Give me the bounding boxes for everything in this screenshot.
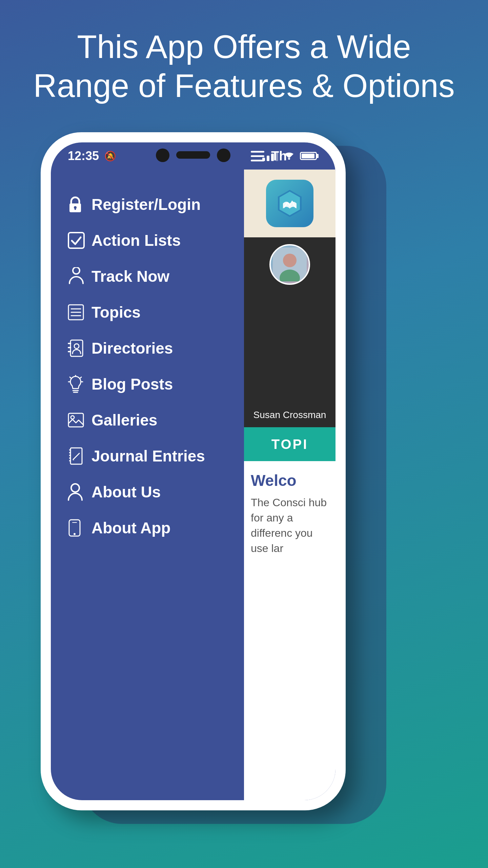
profile-name: Susan Crossman [244, 410, 336, 420]
menu-item-journal-entries[interactable]: Journal Entries [51, 438, 244, 474]
menu-label-journal-entries: Journal Entries [92, 447, 205, 465]
svg-point-31 [71, 484, 79, 492]
topi-label: TOPI [271, 437, 308, 452]
svg-point-13 [74, 344, 79, 349]
menu-item-track-now[interactable]: Track Now [51, 258, 244, 294]
menu-item-topics[interactable]: Topics [51, 294, 244, 330]
svg-rect-3 [68, 233, 84, 248]
menu-label-galleries: Galleries [92, 411, 157, 429]
list-icon [68, 304, 92, 320]
svg-rect-21 [68, 413, 83, 427]
image-icon [68, 413, 92, 428]
navigation-menu: Register/Login Action Lists [51, 176, 244, 556]
svg-line-18 [70, 377, 71, 378]
menu-item-action-lists[interactable]: Action Lists [51, 222, 244, 258]
svg-line-29 [73, 453, 79, 459]
menu-item-about-app[interactable]: About App [51, 510, 244, 546]
menu-label-topics: Topics [92, 303, 141, 321]
menu-label-about-us: About Us [92, 483, 161, 501]
person-pin-icon [68, 267, 92, 285]
menu-item-blog-posts[interactable]: Blog Posts [51, 366, 244, 402]
mute-icon: 🔕 [104, 151, 116, 162]
menu-item-galleries[interactable]: Galleries [51, 402, 244, 438]
phone-screen: 12:35 🔕 [51, 142, 336, 800]
menu-item-directories[interactable]: Directories [51, 330, 244, 366]
profile-area: Susan Crossman [244, 237, 336, 427]
speaker-icon [176, 151, 210, 159]
right-panel: Th [244, 142, 336, 800]
phone-mockup: 12:35 🔕 [41, 132, 447, 844]
lock-icon [68, 196, 92, 213]
svg-point-4 [73, 267, 80, 274]
svg-line-17 [80, 377, 81, 378]
app-icon-area [244, 170, 336, 237]
check-icon [68, 232, 92, 249]
menu-item-about-us[interactable]: About Us [51, 474, 244, 510]
lightbulb-icon [68, 375, 92, 393]
topi-button[interactable]: TOPI [244, 427, 336, 461]
status-time: 12:35 [68, 149, 99, 163]
notebook-icon [68, 447, 92, 465]
page-title: This App Offers a Wide Range of Features… [6, 27, 482, 105]
svg-point-22 [71, 416, 74, 419]
wifi-icon [283, 150, 295, 162]
welcome-area: Welco The Consci hub for any a differenc… [244, 461, 336, 566]
face-id-icon [217, 149, 230, 162]
svg-point-38 [283, 254, 297, 267]
menu-label-directories: Directories [92, 339, 173, 357]
phone-notch [139, 142, 247, 166]
battery-icon [300, 152, 319, 160]
person-icon [68, 483, 92, 501]
front-camera-icon [156, 149, 169, 162]
signal-icon [262, 151, 278, 161]
contacts-icon [68, 339, 92, 357]
app-icon [266, 180, 313, 227]
svg-point-33 [74, 533, 76, 535]
phone-outer: 12:35 🔕 [41, 132, 346, 810]
welcome-title: Welco [251, 471, 329, 490]
menu-label-blog-posts: Blog Posts [92, 375, 173, 393]
menu-label-track-now: Track Now [92, 267, 169, 285]
profile-avatar [269, 244, 310, 285]
menu-label-about-app: About App [92, 519, 170, 537]
menu-item-register-login[interactable]: Register/Login [51, 186, 244, 222]
welcome-body: The Consci hub for any a differenc you u… [251, 495, 329, 556]
menu-label-register-login: Register/Login [92, 195, 201, 214]
phone-icon [68, 519, 92, 537]
svg-rect-2 [75, 208, 76, 210]
menu-label-action-lists: Action Lists [92, 231, 181, 250]
